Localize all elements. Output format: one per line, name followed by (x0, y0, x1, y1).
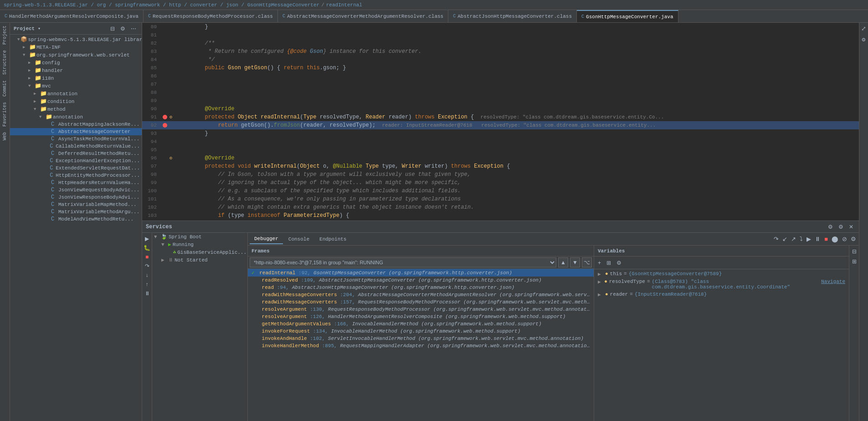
stop-program-btn[interactable]: ■ (823, 235, 829, 243)
tree-handler[interactable]: ▶ 📁 handler (10, 67, 142, 74)
tree-abstract-mapping[interactable]: ▶ C AbstractMappingJacksonRe... (10, 121, 142, 128)
sidebar-collapse-btn[interactable]: ⊟ (108, 25, 117, 33)
mute-breakpoints-btn[interactable]: ⊘ (841, 235, 848, 243)
add-watch-btn[interactable]: + (596, 259, 603, 267)
debug-btn[interactable]: 🐛 (143, 244, 151, 252)
code-scroll[interactable]: 80 } 81 82 / (142, 23, 859, 221)
structure-tab[interactable]: Structure (1, 47, 9, 77)
copy-value-btn[interactable]: ⊞ (850, 257, 858, 266)
run-btn[interactable]: ▶ (143, 235, 151, 243)
tree-condition[interactable]: ▶ 📁 condition (10, 98, 142, 105)
tree-async-task[interactable]: ▶ C AsyncTaskMethodReturnVal... (10, 135, 142, 143)
var-reader: ▶ ● reader = {InputStreamReader@7618} (594, 291, 849, 298)
settings-vars-btn[interactable]: ⚙ (615, 259, 623, 267)
tab-4[interactable]: C AbstractJsonHttpMessageConverter.class (448, 10, 577, 22)
tree-json-view-request[interactable]: ▶ C JsonViewRequestBodyAdvic... (10, 186, 142, 194)
step-into-icon-btn[interactable]: ↙ (781, 235, 788, 243)
settings-icon-btn[interactable]: ⚙ (850, 235, 857, 243)
favorites-tab[interactable]: Favorites (1, 99, 9, 129)
services-spring-boot[interactable]: ▼ 🍃 Spring Boot (152, 233, 247, 241)
tab-3[interactable]: C AbstractMessageConverterMethodArgument… (278, 10, 448, 22)
frames-up-btn[interactable]: ▲ (558, 257, 568, 267)
stop-run-btn[interactable]: ■ (143, 253, 151, 261)
tab-endpoints[interactable]: Endpoints (315, 235, 351, 244)
step-out-icon-btn[interactable]: ↗ (790, 235, 797, 243)
frame-item-2[interactable]: read :94, AbstractJsonHttpMessageConvert… (248, 284, 594, 291)
tab-5[interactable]: C GsonHttpMessageConverter.java (577, 10, 678, 22)
tree-callable[interactable]: ▶ C CallableMethodReturnValue... (10, 143, 142, 150)
project-tab[interactable]: Project (1, 23, 9, 47)
frame-item-0[interactable]: ✓ readInternal :92, GsonHttpMessageConve… (248, 269, 594, 277)
sidebar-settings-btn[interactable]: ⚙ (118, 25, 127, 33)
tree-http-headers[interactable]: ▶ C HttpHeadersReturnValueHa... (10, 179, 142, 186)
frame-item-8[interactable]: invokeForRequest :134, InvocableHandlerM… (248, 328, 594, 335)
tree-meta-inf[interactable]: ▶ 📁 META-INF (10, 43, 142, 51)
breakpoint-91[interactable] (163, 115, 167, 119)
services-close-btn[interactable]: ✕ (847, 223, 855, 231)
tree-i18n[interactable]: ▶ 📁 i18n (10, 74, 142, 82)
frame-item-5[interactable]: resolveArgument :130, RequestResponseBod… (248, 306, 594, 313)
frame-item-7[interactable]: getMethodArgumentValues :166, InvocableH… (248, 320, 594, 328)
tree-matrix-map[interactable]: ▶ C MatrixVariableMapMethod... (10, 201, 142, 208)
services-not-started[interactable]: ▶ ⏸ Not Started (152, 256, 247, 264)
debugger-toolbar: ↷ ↙ ↗ ⤵ ▶ ⏸ ■ ⬤ ⊘ ⚙ (773, 235, 857, 243)
maximize-icon[interactable]: ⤢ (860, 25, 868, 33)
breakpoint-92[interactable] (163, 123, 167, 128)
pause-btn[interactable]: ⏸ (143, 289, 151, 298)
tree-model-view[interactable]: ▶ C ModelAndViewMethodRetu... (10, 216, 142, 223)
pause-program-btn[interactable]: ⏸ (814, 235, 822, 243)
settings-icon[interactable]: ⚙ (860, 36, 868, 44)
tree-config[interactable]: ▶ 📁 config (10, 59, 142, 67)
main-layout: Project Structure Commit Favorites Web P… (0, 23, 868, 421)
tab-1[interactable]: C HandlerMethodArgumentResolverComposite… (0, 10, 144, 22)
tree-deferred[interactable]: ▶ C DeferredResultMethodRetu... (10, 150, 142, 157)
step-over-icon-btn[interactable]: ↷ (773, 235, 780, 243)
expand-vars-btn[interactable]: ⊞ (605, 259, 613, 267)
services-gis-app[interactable]: ▶ ☘ GisBaseServiceApplic... (152, 248, 247, 256)
step-into-btn[interactable]: ↓ (143, 271, 151, 279)
tree-exception-handler[interactable]: ▶ C ExceptionHandlerException... (10, 157, 142, 164)
frame-item-3[interactable]: readWithMessageConverters :204, Abstract… (248, 291, 594, 298)
step-over-btn[interactable]: ↷ (143, 262, 151, 270)
frame-item-1[interactable]: readResolved :109, AbstractJsonHttpMessa… (248, 277, 594, 284)
tab-debugger[interactable]: Debugger (250, 234, 283, 244)
view-breakpoints-btn[interactable]: ⬤ (831, 235, 839, 243)
tree-annotation-2[interactable]: ▼ 📁 annotation (10, 113, 142, 121)
tree-jar[interactable]: ▼ 📦 spring-webmvc-5.1.3.RELEASE.jar libr… (10, 36, 142, 43)
var-reader-expand[interactable]: ▶ (598, 292, 603, 298)
frame-item-10[interactable]: invokeHandlerMethod :895, RequestMapping… (248, 342, 594, 349)
frames-down-btn[interactable]: ▼ (570, 257, 580, 267)
step-out-btn[interactable]: ↑ (143, 280, 151, 288)
frame-item-9[interactable]: invokeAndHandle :102, ServletInvocableHa… (248, 335, 594, 342)
tab-2[interactable]: C RequestResponseBodyMethodProcessor.cla… (144, 10, 278, 22)
tree-abstract-message[interactable]: ▶ C AbstractMessageConverter (10, 128, 142, 135)
commit-tab[interactable]: Commit (1, 77, 9, 99)
restore-layout-btn[interactable]: ⊟ (850, 247, 858, 256)
code-content: 80 } 81 82 / (142, 23, 859, 221)
tree-extended-servlet[interactable]: ▶ C ExtendedServletRequestDat... (10, 164, 142, 172)
tree-http-entity[interactable]: ▶ C HttpEntityMethodProcessor... (10, 172, 142, 179)
var-this-expand[interactable]: ▶ (598, 271, 603, 277)
tree-annotation-1[interactable]: ▶ 📁 annotation (10, 90, 142, 98)
var-resolved-expand[interactable]: ▶ (598, 279, 602, 285)
services-gear-btn[interactable]: ⚙ (837, 223, 845, 231)
variables-header: Variables (594, 246, 849, 257)
tree-mvc[interactable]: ▼ 📁 mvc (10, 82, 142, 90)
tree-matrix-var[interactable]: ▶ C MatrixVariableMethodArgu... (10, 208, 142, 216)
web-tab[interactable]: Web (1, 129, 9, 143)
variables-panel: Variables + ⊞ ⚙ ▶ ● (594, 246, 849, 421)
frames-filter-btn[interactable]: ⌥ (582, 257, 592, 267)
tree-method[interactable]: ▼ 📁 method (10, 105, 142, 113)
run-to-cursor-btn[interactable]: ⤵ (799, 235, 804, 243)
navigate-link[interactable]: Navigate (821, 279, 845, 284)
services-settings-btn[interactable]: ⚙ (826, 223, 835, 231)
tab-console[interactable]: Console (284, 235, 314, 244)
frame-item-6[interactable]: resolveArgument :126, HandlerMethodArgum… (248, 313, 594, 320)
tree-json-view-response[interactable]: ▶ C JsonViewResponseBodyAdvi... (10, 194, 142, 201)
tree-org-servlet[interactable]: ▼ 📁 org.springframework.web.servlet (10, 51, 142, 59)
services-running[interactable]: ▼ ▶ Running (152, 241, 247, 248)
resume-btn[interactable]: ▶ (806, 235, 812, 243)
sidebar-more-btn[interactable]: ⋯ (129, 25, 138, 33)
frame-item-4[interactable]: readWithMessageConverters :157, RequestR… (248, 298, 594, 306)
thread-select[interactable]: *http-nio-8080-exec-3*@7,158 in group "m… (250, 257, 556, 267)
